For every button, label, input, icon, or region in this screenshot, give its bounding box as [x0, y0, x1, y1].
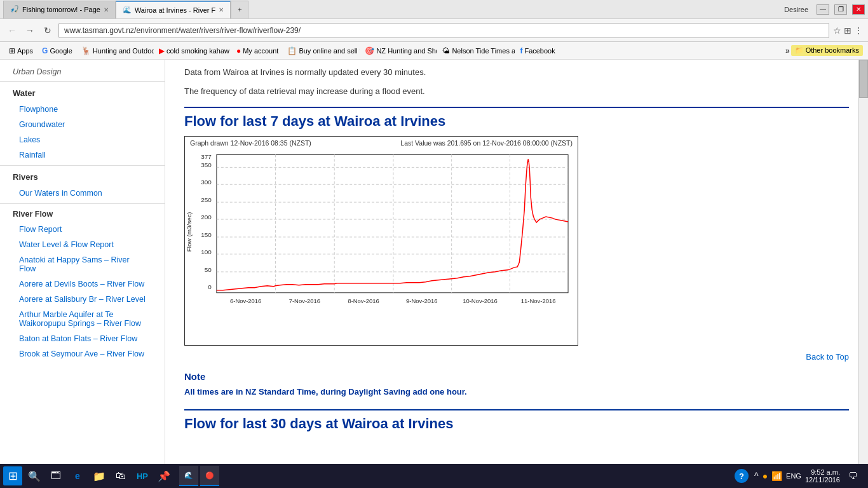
minimize-button[interactable]: —: [817, 4, 829, 15]
bookmark-hunting[interactable]: 🦌 Hunting and Outdoor: [78, 45, 154, 57]
svg-text:10-Nov-2016: 10-Nov-2016: [463, 297, 498, 304]
bookmark-facebook-label: Facebook: [524, 47, 555, 55]
help-circle-button[interactable]: ?: [733, 467, 750, 485]
sidebar-item-our-waters[interactable]: Our Waters in Common: [0, 186, 165, 201]
nz-hunting-icon: 🎯: [365, 46, 374, 55]
sidebar: Urban Design Water Flowphone Groundwater…: [0, 60, 165, 464]
sidebar-item-flowphone[interactable]: Flowphone: [0, 102, 165, 117]
notification-icon: 🗨: [848, 471, 857, 481]
sidebar-item-water-level-flow[interactable]: Water Level & Flow Report: [0, 237, 165, 252]
language-label[interactable]: ENG: [786, 472, 801, 480]
bookmark-cold-smoking-label: cold smoking kahaw: [166, 47, 229, 55]
video-icon: ▶: [159, 46, 165, 55]
expand-tray-button[interactable]: ^: [754, 471, 759, 481]
svg-text:6-Nov-2016: 6-Nov-2016: [230, 297, 261, 304]
sidebar-item-aorere-salisbury[interactable]: Aorere at Salisbury Br – River Level: [0, 292, 165, 307]
nelson-icon: 🌤: [442, 46, 450, 55]
note-title: Note: [184, 371, 849, 382]
chrome-app-taskbar[interactable]: 🌊: [179, 466, 198, 486]
hunting-icon: 🦌: [81, 46, 91, 55]
svg-text:250: 250: [201, 196, 212, 203]
bookmark-buy-sell[interactable]: 📋 Buy online and sell w: [283, 45, 360, 57]
svg-text:9-Nov-2016: 9-Nov-2016: [406, 297, 437, 304]
extensions-icon[interactable]: ⊞: [844, 25, 851, 36]
notification-center-button[interactable]: 🗨: [844, 467, 862, 485]
edge-button[interactable]: e: [68, 466, 87, 485]
sidebar-item-brook[interactable]: Brook at Seymour Ave – River Flow: [0, 346, 165, 362]
refresh-button[interactable]: ↻: [41, 24, 55, 37]
forward-button[interactable]: →: [23, 24, 37, 37]
intro-text-2: The frequency of data retrieval may incr…: [184, 85, 849, 98]
graph-header: Graph drawn 12-Nov-2016 08:35 (NZST) Las…: [185, 137, 578, 149]
svg-text:150: 150: [201, 231, 212, 238]
address-icons: ☆ ⊞ ⋮: [833, 25, 863, 36]
bookmark-google-label: Google: [50, 47, 72, 55]
svg-text:11-Nov-2016: 11-Nov-2016: [521, 297, 556, 304]
bookmark-google[interactable]: G Google: [38, 45, 76, 57]
tab-close-fishing[interactable]: ✕: [104, 6, 109, 13]
svg-text:Flow (m3/sec): Flow (m3/sec): [186, 212, 193, 252]
back-to-top-link[interactable]: Back to Top: [184, 352, 849, 362]
search-taskbar-button[interactable]: 🔍: [25, 466, 44, 485]
google-icon: G: [42, 46, 48, 55]
bookmark-cold-smoking[interactable]: ▶ cold smoking kahaw: [155, 45, 231, 57]
chrome-orange-taskbar[interactable]: 🔴: [200, 466, 219, 486]
svg-text:100: 100: [201, 248, 212, 255]
svg-text:0: 0: [208, 283, 212, 290]
settings-icon[interactable]: ⋮: [854, 25, 863, 36]
star-icon[interactable]: ☆: [833, 25, 841, 36]
notification-dot: ●: [763, 471, 768, 481]
sidebar-item-anatoki[interactable]: Anatoki at Happy Sams – River Flow: [0, 252, 165, 276]
clock-display[interactable]: 9:52 a.m. 12/11/2016: [805, 468, 840, 484]
svg-text:200: 200: [201, 214, 212, 220]
sidebar-item-urban-design[interactable]: Urban Design: [0, 65, 165, 79]
sidebar-item-arthur-marble[interactable]: Arthur Marble Aquifer at Te Waikoropupu …: [0, 307, 165, 331]
bookmark-nelson-tide-label: Nelson Tide Times an: [452, 47, 515, 55]
user-label: Desiree: [784, 6, 808, 13]
sidebar-item-flow-report[interactable]: Flow Report: [0, 222, 165, 237]
close-button[interactable]: ✕: [852, 4, 865, 15]
facebook-icon: f: [520, 46, 522, 55]
other-bookmarks[interactable]: 📁 Other bookmarks: [791, 45, 863, 56]
scrollbar-thumb[interactable]: [859, 60, 868, 98]
address-bar: ← → ↻ ☆ ⊞ ⋮: [0, 19, 868, 42]
wifi-icon[interactable]: 📶: [771, 471, 782, 481]
bookmark-account[interactable]: ● My account: [233, 45, 283, 57]
bookmarks-more-button[interactable]: »: [785, 46, 790, 55]
sidebar-item-lakes[interactable]: Lakes: [0, 132, 165, 147]
sidebar-item-rainfall[interactable]: Rainfall: [0, 147, 165, 163]
sidebar-rivers-header: Rivers: [0, 168, 165, 186]
maximize-button[interactable]: ❐: [834, 4, 847, 15]
graph-drawn-label: Graph drawn 12-Nov-2016 08:35 (NZST): [190, 139, 311, 147]
address-input[interactable]: [58, 23, 829, 38]
graph-last-value-label: Last Value was 201.695 on 12-Nov-2016 08…: [400, 139, 573, 147]
bookmarks-bar: ⊞ Apps G Google 🦌 Hunting and Outdoor ▶ …: [0, 42, 868, 60]
pinned-app-button[interactable]: 📌: [154, 466, 173, 485]
scrollbar-track[interactable]: [858, 60, 868, 464]
sidebar-item-groundwater[interactable]: Groundwater: [0, 117, 165, 132]
bookmark-nz-hunting[interactable]: 🎯 NZ Hunting and Shoo: [361, 45, 437, 57]
bookmark-apps[interactable]: ⊞ Apps: [5, 45, 37, 57]
start-icon: ⊞: [8, 469, 18, 483]
task-view-button[interactable]: 🗔: [46, 466, 65, 485]
chrome-taskbar-icon: 🌊: [184, 471, 193, 480]
bookmark-hunting-label: Hunting and Outdoor: [93, 47, 154, 55]
tab-new[interactable]: +: [231, 1, 248, 18]
sidebar-item-aorere-devils[interactable]: Aorere at Devils Boots – River Flow: [0, 276, 165, 292]
tab-label-fishing: Fishing tomorrow! - Page: [22, 6, 100, 13]
file-explorer-button[interactable]: 📁: [90, 466, 109, 485]
tab-favicon-wairoa: 🌊: [123, 6, 132, 15]
taskbar: ⊞ 🔍 🗔 e 📁 🛍 HP 📌 🌊 🔴 ? ^ ● 📶 ENG 9:52 a.…: [0, 464, 868, 488]
tab-close-wairoa[interactable]: ✕: [219, 6, 224, 13]
store-button[interactable]: 🛍: [111, 466, 130, 485]
tab-fishing[interactable]: 🎣 Fishing tomorrow! - Page ✕: [3, 1, 116, 18]
sidebar-item-baton[interactable]: Baton at Baton Flats – River Flow: [0, 331, 165, 346]
bookmark-facebook[interactable]: f Facebook: [516, 45, 559, 57]
buy-sell-icon: 📋: [287, 46, 297, 55]
back-button[interactable]: ←: [5, 24, 19, 37]
tab-wairoa[interactable]: 🌊 Wairoa at Irvines - River F ✕: [116, 1, 231, 18]
hp-button[interactable]: HP: [133, 466, 152, 485]
bookmark-buy-sell-label: Buy online and sell w: [299, 47, 360, 55]
bookmark-nelson-tide[interactable]: 🌤 Nelson Tide Times an: [438, 45, 515, 57]
start-button[interactable]: ⊞: [3, 466, 22, 485]
